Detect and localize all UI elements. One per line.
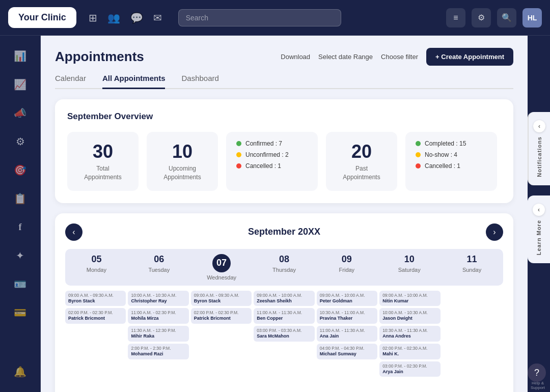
event-name: Byron Stack bbox=[194, 298, 249, 304]
cal-event[interactable]: 10:30 A.M. - 11:00 A.M.Pravina Thaker bbox=[317, 308, 377, 324]
calendar-days-header: 05 Monday 06 Tuesday 07 Wednesday 08 Thu… bbox=[65, 249, 503, 286]
event-time: 02:00 P.M. - 02:30 P.M. bbox=[68, 310, 123, 316]
mail-icon[interactable]: ✉ bbox=[153, 12, 162, 24]
sidebar-item-targets[interactable]: 🎯 bbox=[8, 158, 33, 182]
cal-event[interactable]: 2:00 P.M. - 2:30 P.M.Mohamed Razi bbox=[128, 344, 188, 359]
cal-event[interactable]: 11:00 A.M. - 02:30 P.M.Mohila Mirza bbox=[128, 308, 188, 324]
sidebar-item-settings[interactable]: ⚙ bbox=[8, 129, 33, 154]
total-label: TotalAppointments bbox=[79, 164, 126, 182]
sidebar-item-activity[interactable]: 📊 bbox=[8, 44, 33, 68]
cal-col-3: 09:00 A.M. - 10:00 A.M.Zeeshan Sheikh11:… bbox=[254, 291, 314, 392]
choose-filter-link[interactable]: Choose filter bbox=[381, 53, 418, 61]
cal-event[interactable]: 09:00 A.M. - 10:00 A.M.Peter Goldman bbox=[317, 291, 377, 306]
unconfirmed-dot bbox=[236, 152, 241, 157]
upcoming-details: Confirmed : 7 Unconfirmed : 2 Cancelled … bbox=[226, 132, 318, 191]
event-time: 09:00 A.M. - 10:00 A.M. bbox=[257, 293, 311, 298]
cal-event[interactable]: 09:00 A.M. - 09:30 A.M.Byron Stack bbox=[65, 291, 126, 306]
cal-col-5: 09:00 A.M. - 10:00 A.M.Nitin Kumar10:00 … bbox=[379, 291, 440, 392]
logo-button[interactable]: Your Clinic bbox=[8, 7, 76, 28]
sidebar-item-billing[interactable]: 💳 bbox=[8, 300, 33, 325]
page-header: Appointments Download Select date Range … bbox=[55, 48, 513, 66]
cal-event[interactable]: 10:00 A.M. - 10:30 A.M.Christopher Ray bbox=[128, 291, 188, 306]
sidebar: 📊 📈 📣 ⚙ 🎯 📋 f ✦ 🪪 💳 🔔 bbox=[0, 36, 41, 392]
cal-event[interactable]: 03:00 P.M. - 03:30 A.M.Sara McMahon bbox=[254, 326, 314, 342]
event-name: Byron Stack bbox=[68, 298, 123, 304]
learn-more-toggle[interactable]: ‹ bbox=[533, 204, 545, 216]
next-month-button[interactable]: › bbox=[486, 223, 503, 241]
search-input[interactable] bbox=[178, 9, 341, 26]
facebook-icon: f bbox=[19, 222, 22, 233]
cancelled-past-dot bbox=[416, 163, 421, 169]
tab-calendar[interactable]: Calendar bbox=[55, 74, 86, 89]
cal-event[interactable]: 02:00 P.M. - 02:30 A.M.Mahi K. bbox=[379, 344, 440, 359]
tools-icon: ✦ bbox=[16, 249, 24, 262]
content-area: Appointments Download Select date Range … bbox=[41, 36, 528, 392]
sidebar-item-notifications[interactable]: 🔔 bbox=[8, 359, 33, 384]
cal-event[interactable]: 11:00 A.M. - 11:30 A.M.Ben Copper bbox=[254, 308, 314, 324]
users-icon[interactable]: 👥 bbox=[107, 12, 120, 24]
prev-month-button[interactable]: ‹ bbox=[65, 223, 82, 241]
cal-event[interactable]: 11:00 A.M. - 11:30 A.M.Ana Jain bbox=[317, 326, 377, 342]
cal-event[interactable]: 09:00 A.M. - 09:30 A.M.Byron Stack bbox=[191, 291, 252, 306]
cal-event[interactable]: 10:30 A.M. - 11:30 A.M.Anna Andres bbox=[379, 326, 440, 342]
sidebar-item-analytics[interactable]: 📈 bbox=[8, 72, 33, 97]
event-name: Ben Copper bbox=[257, 316, 311, 322]
event-time: 09:00 A.M. - 10:00 A.M. bbox=[382, 293, 437, 298]
sidebar-item-documents[interactable]: 📋 bbox=[8, 186, 33, 211]
help-button[interactable]: ? bbox=[528, 363, 546, 382]
noshow-dot bbox=[416, 152, 421, 157]
unconfirmed-label: Unconfirmed : 2 bbox=[245, 151, 289, 158]
cal-event[interactable]: 04:00 P.M. - 04:30 P.M.Michael Sumway bbox=[317, 344, 377, 359]
grid-icon[interactable]: ⊞ bbox=[89, 12, 97, 24]
sidebar-item-facebook[interactable]: f bbox=[8, 215, 33, 239]
notifications-panel: ‹ Notifications bbox=[528, 112, 550, 185]
cancelled-upcoming-label: Cancelled : 1 bbox=[245, 162, 281, 170]
day-col-wed[interactable]: 07 Wednesday bbox=[190, 254, 253, 281]
cal-event[interactable]: 09:00 A.M. - 10:00 A.M.Nitin Kumar bbox=[379, 291, 440, 306]
sidebar-item-campaign[interactable]: 📣 bbox=[8, 101, 33, 125]
cal-event[interactable]: 10:00 A.M. - 10:30 A.M.Jason Dwight bbox=[379, 308, 440, 324]
calendar-header: ‹ September 20XX › bbox=[65, 223, 503, 241]
day-col-thu: 08 Thursday bbox=[253, 254, 316, 281]
avatar[interactable]: HL bbox=[522, 8, 542, 27]
cal-event[interactable]: 09:00 A.M. - 10:00 A.M.Zeeshan Sheikh bbox=[254, 291, 314, 306]
select-date-range-link[interactable]: Select date Range bbox=[318, 53, 373, 61]
event-time: 2:00 P.M. - 2:30 P.M. bbox=[131, 346, 185, 351]
completed-row: Completed : 15 bbox=[416, 140, 487, 147]
cal-event[interactable]: 03:00 P.M. - 02:30 P.M.Arya Jain bbox=[379, 361, 440, 377]
billing-icon: 💳 bbox=[14, 306, 26, 319]
cancelled-past-row: Cancelled : 1 bbox=[416, 162, 487, 170]
list-icon[interactable]: ≡ bbox=[446, 8, 465, 27]
past-appointments-stat: 20 PastAppointments bbox=[326, 132, 397, 191]
tab-all-appointments[interactable]: All Appointments bbox=[102, 74, 166, 89]
event-time: 11:00 A.M. - 02:30 P.M. bbox=[131, 310, 185, 316]
event-name: Christopher Ray bbox=[131, 298, 185, 304]
cancelled-past-label: Cancelled : 1 bbox=[425, 162, 460, 170]
event-time: 10:30 A.M. - 11:00 A.M. bbox=[320, 310, 374, 316]
confirmed-dot bbox=[236, 141, 241, 146]
top-nav: Your Clinic ⊞ 👥 💬 ✉ ≡ ⚙ 🔍 HL bbox=[0, 0, 550, 36]
day-num-07: 07 bbox=[212, 254, 231, 272]
download-link[interactable]: Download bbox=[281, 53, 310, 61]
cal-event[interactable]: 11:30 A.M. - 12:30 P.M.Mihir Raka bbox=[128, 326, 188, 342]
event-name: Sara McMahon bbox=[257, 333, 311, 340]
gear-icon[interactable]: ⚙ bbox=[472, 8, 491, 27]
total-number: 30 bbox=[79, 141, 126, 162]
cal-event[interactable]: 02:00 P.M. - 02:30 P.M.Patrick Bricmont bbox=[191, 308, 252, 324]
right-nav: ≡ ⚙ 🔍 HL bbox=[446, 8, 542, 27]
tab-dashboard[interactable]: Dashboard bbox=[181, 74, 218, 89]
create-appointment-button[interactable]: + Create Appointment bbox=[426, 48, 513, 66]
overview-title: September Overview bbox=[67, 111, 501, 122]
activity-icon: 📊 bbox=[14, 50, 26, 62]
day-name-fri: Friday bbox=[339, 267, 355, 273]
confirmed-label: Confirmed : 7 bbox=[245, 140, 282, 147]
day-num-10: 10 bbox=[404, 254, 415, 265]
chat-icon[interactable]: 💬 bbox=[130, 12, 143, 24]
sidebar-item-tools[interactable]: ✦ bbox=[8, 243, 33, 268]
search-icon[interactable]: 🔍 bbox=[497, 8, 516, 27]
day-name-tue: Tuesday bbox=[148, 267, 170, 273]
cal-event[interactable]: 02:00 P.M. - 02:30 P.M.Patrick Bricmont bbox=[65, 308, 126, 324]
settings-gear-icon: ⚙ bbox=[16, 135, 25, 148]
sidebar-item-wallet[interactable]: 🪪 bbox=[8, 272, 33, 296]
notifications-toggle[interactable]: ‹ bbox=[533, 120, 545, 132]
